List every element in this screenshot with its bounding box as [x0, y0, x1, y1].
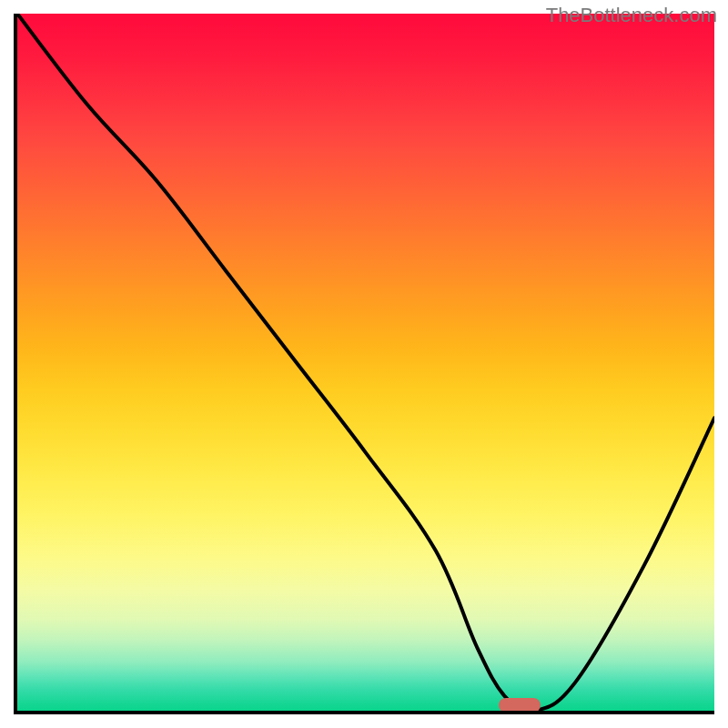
- plot-area: [14, 14, 714, 714]
- data-curve-icon: [17, 14, 714, 711]
- watermark-text: TheBottleneck.com: [546, 4, 717, 27]
- optimum-marker-icon: [499, 698, 541, 713]
- plot-container: [14, 14, 714, 714]
